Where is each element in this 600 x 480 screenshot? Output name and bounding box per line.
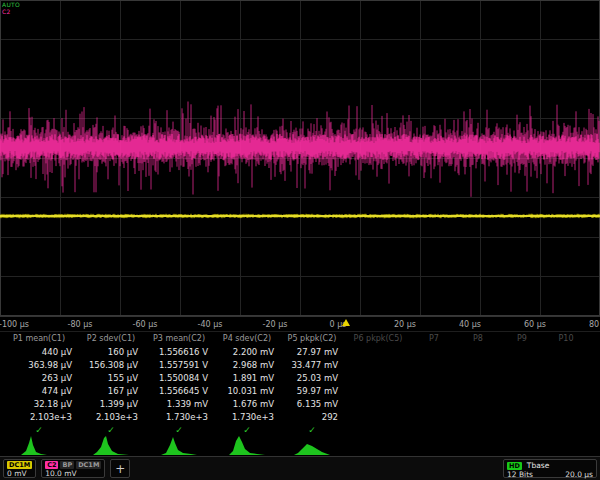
measurement-cell: 155 µV xyxy=(78,373,144,383)
measurement-cell: 440 µV xyxy=(0,347,78,357)
measurement-header[interactable]: P8 xyxy=(456,334,500,343)
tbase-label: Tbase xyxy=(527,461,549,470)
waveform-display[interactable]: AUTO C2 xyxy=(0,0,600,316)
measurement-cell: 156.308 µV xyxy=(78,360,144,370)
time-axis-label: -20 µs xyxy=(263,320,288,329)
time-axis-label: -40 µs xyxy=(198,320,223,329)
oscilloscope-screen: AUTO C2 -100 µs-80 µs-60 µs-40 µs-20 µs0… xyxy=(0,0,600,480)
trigger-position-marker[interactable] xyxy=(342,319,350,326)
time-axis-label: 80 µs xyxy=(589,320,600,329)
histicon-shape xyxy=(229,436,265,455)
measurement-header[interactable]: P2 sdev(C1) xyxy=(78,334,144,343)
measurement-cell: 6.135 mV xyxy=(280,399,344,409)
measurement-cell: 160 µV xyxy=(78,347,144,357)
measurement-histicon[interactable] xyxy=(229,435,265,455)
measurement-cell: 2.103e+3 xyxy=(0,412,78,422)
measurement-header[interactable]: P10 xyxy=(544,334,588,343)
measurement-histicon[interactable] xyxy=(93,435,129,455)
histicon-shape xyxy=(161,437,197,455)
histicon-shape xyxy=(21,436,57,455)
measurement-cell: 1.556616 V xyxy=(144,347,214,357)
hd-mode-badge: HD xyxy=(507,462,522,470)
measurement-cell: 292 xyxy=(280,412,344,422)
measurement-header[interactable]: P6 pkpk(C5) xyxy=(344,334,412,343)
c1-coupling-chip: DC1M xyxy=(7,461,32,469)
measurement-cell: 33.477 mV xyxy=(280,360,344,370)
timebase-descriptor[interactable]: HD Tbase 12 Bits 20.0 µs xyxy=(503,459,597,478)
measurement-histicon[interactable] xyxy=(161,435,197,455)
measurement-cell: 25.03 mV xyxy=(280,373,344,383)
c1-offset-value: 0 mV xyxy=(7,469,32,478)
measurement-header[interactable]: P4 sdev(C2) xyxy=(214,334,280,343)
time-axis: -100 µs-80 µs-60 µs-40 µs-20 µs0 µs20 µs… xyxy=(0,316,600,332)
measurement-cell: 59.97 mV xyxy=(280,386,344,396)
histicon-shape xyxy=(294,444,330,455)
measurement-histicon[interactable] xyxy=(21,435,57,455)
channel-c2-descriptor[interactable]: C2 BP DC1M 10.0 mV xyxy=(41,459,105,478)
measurement-header[interactable]: P1 mean(C1) xyxy=(0,334,78,343)
time-axis-label: 40 µs xyxy=(459,320,481,329)
top-left-annunciators: AUTO C2 xyxy=(2,1,20,15)
time-axis-label: -80 µs xyxy=(68,320,93,329)
measurement-cell: 363.98 µV xyxy=(0,360,78,370)
waveform-traces xyxy=(0,0,600,316)
measurement-header[interactable]: P7 xyxy=(412,334,456,343)
c2-scale-value: 10.0 mV xyxy=(45,469,101,478)
measurement-row: 363.98 µV156.308 µV1.557591 V2.968 mV33.… xyxy=(0,358,600,371)
measurement-cell: 10.031 mV xyxy=(214,386,280,396)
measurement-cell: 2.103e+3 xyxy=(78,412,144,422)
measurement-cell: 1.557591 V xyxy=(144,360,214,370)
measurement-header[interactable]: P9 xyxy=(500,334,544,343)
measurement-cell: 1.339 mV xyxy=(144,399,214,409)
annunciator-2: C2 xyxy=(2,8,20,15)
time-axis-label: -60 µs xyxy=(133,320,158,329)
c2-coupling-chip: DC1M xyxy=(76,461,101,469)
c2-label-chip: C2 xyxy=(45,461,58,469)
measurement-cell: 2.968 mV xyxy=(214,360,280,370)
measurement-row: 474 µV167 µV1.556645 V10.031 mV59.97 mV xyxy=(0,384,600,397)
measurement-header[interactable]: P3 mean(C2) xyxy=(144,334,214,343)
tbase-scale: 20.0 µs xyxy=(565,470,593,479)
measurement-cell: 2.200 mV xyxy=(214,347,280,357)
measurement-cell: 1.676 mV xyxy=(214,399,280,409)
tbase-bits: 12 Bits xyxy=(507,470,533,479)
measurement-cell: 32.18 µV xyxy=(0,399,78,409)
measurement-cell: 1.891 mV xyxy=(214,373,280,383)
measurement-row: 2.103e+32.103e+31.730e+31.730e+3292 xyxy=(0,410,600,423)
measurement-row: 440 µV160 µV1.556616 V2.200 mV27.97 mV xyxy=(0,345,600,358)
measurement-table: P1 mean(C1)P2 sdev(C1)P3 mean(C2)P4 sdev… xyxy=(0,331,600,436)
measurement-cell: 27.97 mV xyxy=(280,347,344,357)
measurement-cell: 1.730e+3 xyxy=(214,412,280,422)
measurement-histicon[interactable] xyxy=(294,435,330,455)
measurement-cell: 167 µV xyxy=(78,386,144,396)
add-trace-button[interactable]: + xyxy=(110,459,130,478)
measurement-cell: 1.556645 V xyxy=(144,386,214,396)
time-axis-label: -100 µs xyxy=(0,320,29,329)
channel-c1-descriptor[interactable]: DC1M 0 mV xyxy=(3,459,36,478)
annunciator-1: AUTO xyxy=(2,1,20,8)
bottom-toolbar: DC1M 0 mV C2 BP DC1M 10.0 mV + HD Tbase … xyxy=(0,456,600,480)
histicon-shape xyxy=(93,436,129,455)
c2-bandwidth-chip: BP xyxy=(60,461,74,469)
histogram-strip xyxy=(0,432,600,456)
measurement-cell: 1.399 µV xyxy=(78,399,144,409)
measurement-cell: 474 µV xyxy=(0,386,78,396)
measurement-row: 263 µV155 µV1.550084 V1.891 mV25.03 mV xyxy=(0,371,600,384)
measurement-cell: 1.730e+3 xyxy=(144,412,214,422)
measurement-header-row: P1 mean(C1)P2 sdev(C1)P3 mean(C2)P4 sdev… xyxy=(0,332,600,345)
measurement-cell: 263 µV xyxy=(0,373,78,383)
measurement-cell: 1.550084 V xyxy=(144,373,214,383)
time-axis-label: 60 µs xyxy=(524,320,546,329)
time-axis-label: 20 µs xyxy=(394,320,416,329)
measurement-header[interactable]: P5 pkpk(C2) xyxy=(280,334,344,343)
measurement-row: 32.18 µV1.399 µV1.339 mV1.676 mV6.135 mV xyxy=(0,397,600,410)
